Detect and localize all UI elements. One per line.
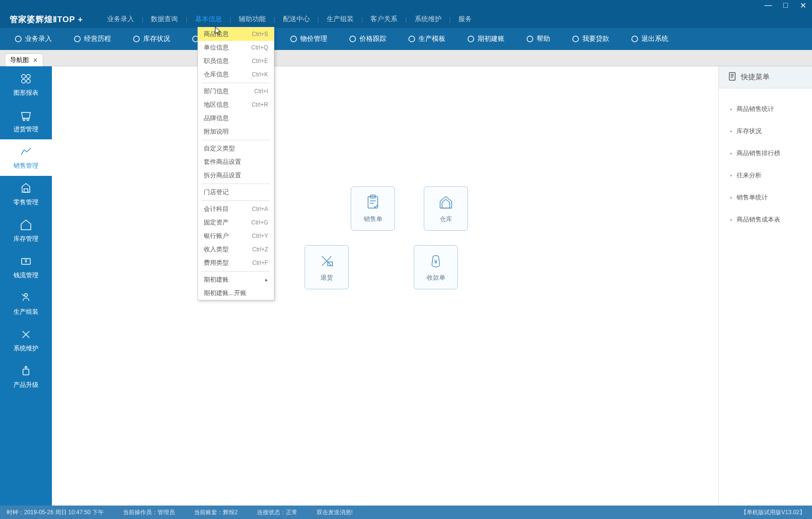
- dropdown-item-单位信息[interactable]: 单位信息Ctrl+Q: [198, 41, 274, 54]
- titlebar: — □ ✕: [0, 0, 812, 11]
- menu-辅助功能[interactable]: 辅助功能: [234, 15, 271, 24]
- quick-item-往来分析[interactable]: 往来分析: [719, 164, 812, 186]
- dropdown-item-仓库信息[interactable]: 仓库信息Ctrl+K: [198, 68, 274, 81]
- minimize-button[interactable]: —: [764, 1, 773, 10]
- sidebar-label: 系统维护: [13, 344, 38, 353]
- sidebar-item-销售管理[interactable]: 销售管理: [0, 139, 52, 176]
- toolbar-icon-11: [631, 35, 639, 43]
- sidebar-item-进货管理[interactable]: 进货管理: [0, 103, 52, 139]
- menu-数据查询[interactable]: 数据查询: [146, 15, 183, 24]
- status-operator: 当前操作员：管理员: [123, 508, 175, 517]
- menu-separator: |: [358, 16, 366, 23]
- sidebar-icon-2: [19, 145, 33, 159]
- toolbar-icon-0: [14, 35, 22, 43]
- dropdown-label: 仓库信息: [204, 70, 229, 79]
- dropdown-item-职员信息[interactable]: 职员信息Ctrl+E: [198, 54, 274, 68]
- toolbar-item-8[interactable]: 期初建账: [467, 35, 504, 43]
- menu-生产组装[interactable]: 生产组装: [322, 15, 358, 24]
- menu-服务[interactable]: 服务: [454, 15, 477, 24]
- toolbar-icon-10: [572, 35, 579, 43]
- quick-item-销售单统计[interactable]: 销售单统计: [719, 186, 812, 209]
- dropdown-item-商品信息[interactable]: 商品信息Ctrl+S: [198, 27, 274, 41]
- quick-item-商品销售成本表[interactable]: 商品销售成本表: [719, 209, 812, 231]
- sidebar-item-系统维护[interactable]: 系统维护: [0, 322, 52, 358]
- toolbar-item-0[interactable]: 业务录入: [14, 35, 52, 43]
- status-clock: 时钟：2019-05-26 周日 10:47:50 下午: [7, 508, 104, 517]
- dropdown-shortcut: Ctrl+R: [252, 101, 268, 108]
- dropdown-item-银行账户[interactable]: 银行账户Ctrl+Y: [198, 229, 274, 243]
- dropdown-item-期初建账[interactable]: 期初建账: [198, 273, 274, 286]
- sidebar-item-产品升级[interactable]: 产品升级: [0, 358, 52, 395]
- sidebar-item-钱流管理[interactable]: ¥钱流管理: [0, 249, 52, 285]
- toolbar-label: 价格跟踪: [359, 35, 386, 43]
- card-退货[interactable]: 退货: [305, 245, 349, 289]
- toolbar-item-5[interactable]: 物价管理: [290, 35, 327, 43]
- dropdown-item-套件商品设置[interactable]: 套件商品设置: [198, 155, 274, 169]
- maximize-button[interactable]: □: [781, 1, 790, 10]
- dropdown-item-自定义类型[interactable]: 自定义类型: [198, 142, 274, 155]
- dropdown-item-部门信息[interactable]: 部门信息Ctrl+I: [198, 85, 274, 98]
- dropdown-item-费用类型[interactable]: 费用类型Ctrl+F: [198, 256, 274, 270]
- dropdown-item-地区信息[interactable]: 地区信息Ctrl+R: [198, 98, 274, 111]
- toolbar-item-2[interactable]: 库存状况: [133, 35, 170, 43]
- status-message-hint[interactable]: 双击发送消息!: [317, 508, 353, 517]
- svg-point-2: [134, 36, 139, 42]
- sidebar-icon-1: [19, 109, 33, 122]
- app-logo: 管家婆辉煌ⅡTOP +: [10, 14, 83, 25]
- dropdown-item-收入类型[interactable]: 收入类型Ctrl+Z: [198, 243, 274, 256]
- sidebar-label: 产品升级: [13, 381, 38, 389]
- svg-point-16: [23, 119, 25, 121]
- sidebar-item-生产组装[interactable]: 生产组装: [0, 285, 52, 322]
- quick-item-label: 往来分析: [737, 171, 762, 180]
- dropdown-label: 部门信息: [204, 87, 229, 96]
- menu-客户关系[interactable]: 客户关系: [366, 15, 402, 24]
- toolbar-icon-6: [349, 35, 357, 43]
- card-icon: [437, 194, 455, 211]
- sidebar-item-图形报表[interactable]: 图形报表: [0, 66, 52, 103]
- quick-item-label: 商品销售统计: [737, 105, 774, 113]
- tab-close-icon[interactable]: ✕: [33, 57, 38, 64]
- toolbar-item-10[interactable]: 我要贷款: [572, 35, 609, 43]
- card-销售单[interactable]: 销售单: [351, 186, 395, 231]
- dropdown-separator: [202, 200, 270, 201]
- dropdown-label: 套件商品设置: [204, 158, 241, 166]
- toolbar-item-1[interactable]: 经营历程: [74, 35, 111, 43]
- dropdown-item-固定资产[interactable]: 固定资产Ctrl+G: [198, 216, 274, 229]
- toolbar-item-7[interactable]: 生产模板: [408, 35, 445, 43]
- menubar: 管家婆辉煌ⅡTOP + 业务录入|数据查询|基本信息|辅助功能|配送中心|生产组…: [0, 11, 812, 28]
- tab-navigation[interactable]: 导航图 ✕: [5, 53, 43, 66]
- sidebar-icon-3: [19, 182, 33, 195]
- menu-配送中心[interactable]: 配送中心: [278, 15, 315, 24]
- quick-item-商品销售排行榜[interactable]: 商品销售排行榜: [719, 142, 812, 164]
- menu-separator: |: [402, 16, 409, 23]
- menu-基本信息[interactable]: 基本信息: [190, 15, 227, 24]
- dropdown-item-会计科目[interactable]: 会计科目Ctrl+A: [198, 202, 274, 216]
- menu-业务录入[interactable]: 业务录入: [102, 15, 139, 24]
- toolbar-item-6[interactable]: 价格跟踪: [349, 35, 386, 43]
- quick-item-库存状况[interactable]: 库存状况: [719, 120, 812, 142]
- toolbar-icon-8: [467, 35, 475, 43]
- close-button[interactable]: ✕: [799, 1, 807, 10]
- sidebar-icon-6: [19, 291, 33, 305]
- quick-item-商品销售统计[interactable]: 商品销售统计: [719, 98, 812, 120]
- svg-point-21: [25, 294, 27, 297]
- menu-系统维护[interactable]: 系统维护: [410, 15, 446, 24]
- card-label: 仓库: [440, 215, 452, 223]
- dropdown-shortcut: Ctrl+S: [252, 31, 268, 37]
- sidebar-item-库存管理[interactable]: 库存管理: [0, 212, 52, 249]
- dropdown-item-门店登记[interactable]: 门店登记: [198, 185, 274, 199]
- toolbar-item-11[interactable]: 退出系统: [631, 35, 668, 43]
- dropdown-item-拆分商品设置[interactable]: 拆分商品设置: [198, 169, 274, 182]
- card-仓库[interactable]: 仓库: [424, 186, 468, 231]
- card-收款单[interactable]: ¥收款单: [414, 245, 458, 289]
- dropdown-item-品牌信息[interactable]: 品牌信息: [198, 111, 274, 125]
- bullet-icon: [730, 219, 732, 221]
- toolbar-label: 我要贷款: [582, 35, 609, 43]
- dropdown-item-附加说明[interactable]: 附加说明: [198, 125, 274, 138]
- svg-point-15: [26, 79, 30, 83]
- svg-point-11: [632, 36, 638, 42]
- sidebar-label: 钱流管理: [13, 271, 38, 280]
- toolbar-item-9[interactable]: 帮助: [526, 35, 550, 43]
- sidebar-item-零售管理[interactable]: 零售管理: [0, 176, 52, 212]
- dropdown-item-期初建账...开账[interactable]: 期初建账...开账: [198, 286, 274, 300]
